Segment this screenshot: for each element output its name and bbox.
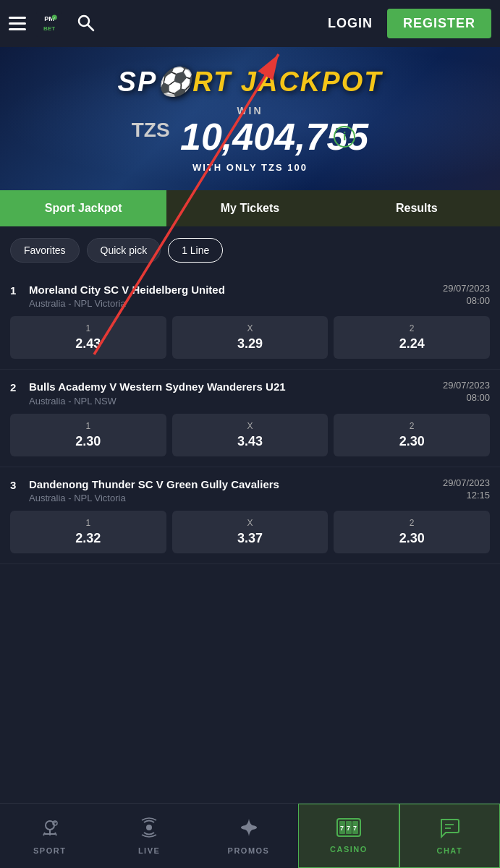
- odd-value-x: 3.43: [178, 434, 323, 449]
- match-datetime: 29/07/2023 08:00: [443, 380, 490, 403]
- header-left: PM BET ✓: [9, 11, 96, 37]
- match-name: Dandenong Thunder SC V Green Gully Caval…: [29, 477, 279, 492]
- banner-win-label: WIN: [14, 105, 486, 116]
- match-card: 2 Bulls Academy V Western Sydney Wandere…: [0, 370, 500, 467]
- match-time: 08:00: [443, 392, 490, 403]
- svg-line-13: [55, 833, 56, 835]
- svg-text:BET: BET: [43, 25, 55, 32]
- nav-casino[interactable]: 7 7 7 CASINO: [298, 804, 399, 868]
- filter-row: Favorites Quick pick 1 Line: [0, 228, 500, 273]
- match-league: Australia - NPL Victoria: [29, 298, 225, 309]
- nav-live[interactable]: LIVE: [99, 804, 198, 868]
- nav-chat[interactable]: CHAT: [399, 804, 500, 868]
- promos-icon: [238, 817, 260, 843]
- banner: SP⚽RT JACKPOT WIN TZS 10,404,755 i WITH …: [0, 47, 500, 190]
- odd-value-1: 2.32: [16, 531, 161, 546]
- match-datetime: 29/07/2023 12:15: [443, 477, 490, 501]
- odds-row: 1 2.32 X 3.37 2 2.30: [10, 511, 490, 553]
- odds-row: 1 2.30 X 3.43 2 2.30: [10, 414, 490, 456]
- match-header: 2 Bulls Academy V Western Sydney Wandere…: [10, 380, 490, 407]
- odd-1[interactable]: 1 2.32: [10, 511, 166, 553]
- filter-1-line[interactable]: 1 Line: [168, 238, 223, 263]
- ball-emoji: ⚽: [157, 67, 192, 97]
- sport-text: SP: [118, 67, 158, 97]
- odd-value-x: 3.29: [178, 336, 323, 352]
- banner-subtitle: WITH ONLY TZS 100: [14, 162, 486, 173]
- odd-label-1: 1: [16, 323, 161, 333]
- info-icon[interactable]: i: [334, 126, 355, 148]
- svg-rect-0: [36, 11, 62, 37]
- match-name: Bulls Academy V Western Sydney Wanderers…: [29, 380, 286, 394]
- match-num-name: 1 Moreland City SC V Heidelberg United A…: [10, 283, 436, 310]
- odd-label-2: 2: [339, 518, 484, 528]
- svg-line-6: [88, 25, 94, 30]
- main-content: PM BET ✓ LOGIN REGISTER SP⚽RT JACKPOT: [0, 0, 500, 629]
- match-league: Australia - NPL Victoria: [29, 493, 279, 503]
- matches-list: 1 Moreland City SC V Heidelberg United A…: [0, 273, 500, 565]
- register-button[interactable]: REGISTER: [387, 9, 491, 38]
- odd-label-2: 2: [339, 421, 484, 431]
- banner-currency: TZS: [132, 118, 170, 140]
- nav-promos-label: PROMOS: [228, 846, 270, 855]
- tab-my-tickets[interactable]: My Tickets: [166, 190, 333, 226]
- odd-value-2: 2.30: [339, 531, 484, 546]
- sport-icon: [39, 817, 61, 843]
- match-num-name: 2 Bulls Academy V Western Sydney Wandere…: [10, 380, 436, 407]
- odd-x[interactable]: X 3.43: [172, 414, 329, 456]
- match-date: 29/07/2023: [443, 283, 490, 294]
- odd-value-2: 2.30: [339, 434, 484, 449]
- svg-text:✓: ✓: [53, 15, 56, 20]
- odd-2[interactable]: 2 2.24: [334, 316, 490, 359]
- odd-label-x: X: [178, 518, 323, 528]
- odd-1[interactable]: 1 2.30: [10, 414, 166, 456]
- banner-amount: TZS 10,404,755: [132, 116, 369, 158]
- hamburger-menu[interactable]: [9, 17, 26, 30]
- match-number: 1: [10, 284, 22, 297]
- logo[interactable]: PM BET ✓: [36, 11, 62, 37]
- match-date: 29/07/2023: [443, 477, 490, 488]
- jackpot-text: RT JACKPOT: [192, 67, 382, 97]
- match-datetime: 29/07/2023 08:00: [443, 283, 490, 306]
- svg-text:7: 7: [340, 825, 344, 832]
- match-league: Australia - NPL NSW: [29, 396, 286, 407]
- filter-favorites[interactable]: Favorites: [10, 238, 80, 263]
- tab-results[interactable]: Results: [334, 190, 500, 226]
- nav-promos[interactable]: PROMOS: [199, 804, 298, 868]
- nav-sport-label: SPORT: [33, 846, 66, 855]
- odd-value-2: 2.24: [339, 336, 484, 352]
- odd-label-2: 2: [339, 323, 484, 333]
- odd-x[interactable]: X 3.29: [172, 316, 329, 359]
- odd-label-x: X: [178, 323, 323, 333]
- match-header: 1 Moreland City SC V Heidelberg United A…: [10, 283, 490, 310]
- odd-value-1: 2.30: [16, 434, 161, 449]
- odd-value-1: 2.43: [16, 336, 161, 352]
- match-date: 29/07/2023: [443, 380, 490, 391]
- nav-sport[interactable]: SPORT: [0, 804, 99, 868]
- tab-sport-jackpot[interactable]: Sport Jackpot: [0, 190, 166, 226]
- match-num-name: 3 Dandenong Thunder SC V Green Gully Cav…: [10, 477, 436, 504]
- tabs: Sport Jackpot My Tickets Results: [0, 190, 500, 228]
- login-button[interactable]: LOGIN: [313, 10, 387, 37]
- match-name: Moreland City SC V Heidelberg United: [29, 283, 225, 297]
- pmbet-logo: PM BET ✓: [36, 11, 62, 37]
- odd-1[interactable]: 1 2.43: [10, 316, 166, 359]
- svg-text:7: 7: [353, 825, 357, 832]
- odd-label-x: X: [178, 421, 323, 431]
- match-number: 2: [10, 381, 22, 393]
- match-card: 3 Dandenong Thunder SC V Green Gully Cav…: [0, 467, 500, 565]
- odd-value-x: 3.37: [178, 531, 323, 546]
- search-icon[interactable]: [75, 12, 96, 35]
- odds-row: 1 2.43 X 3.29 2 2.24: [10, 316, 490, 359]
- live-icon: [138, 817, 160, 843]
- odd-2[interactable]: 2 2.30: [334, 414, 490, 456]
- svg-line-12: [43, 833, 45, 835]
- match-time: 08:00: [443, 295, 490, 306]
- header: PM BET ✓ LOGIN REGISTER: [0, 0, 500, 47]
- odd-label-1: 1: [16, 518, 161, 528]
- svg-point-16: [146, 825, 152, 830]
- filter-quick-pick[interactable]: Quick pick: [87, 238, 161, 263]
- header-right: LOGIN REGISTER: [313, 9, 491, 38]
- nav-casino-label: CASINO: [330, 845, 368, 854]
- odd-2[interactable]: 2 2.30: [334, 511, 490, 553]
- odd-x[interactable]: X 3.37: [172, 511, 329, 553]
